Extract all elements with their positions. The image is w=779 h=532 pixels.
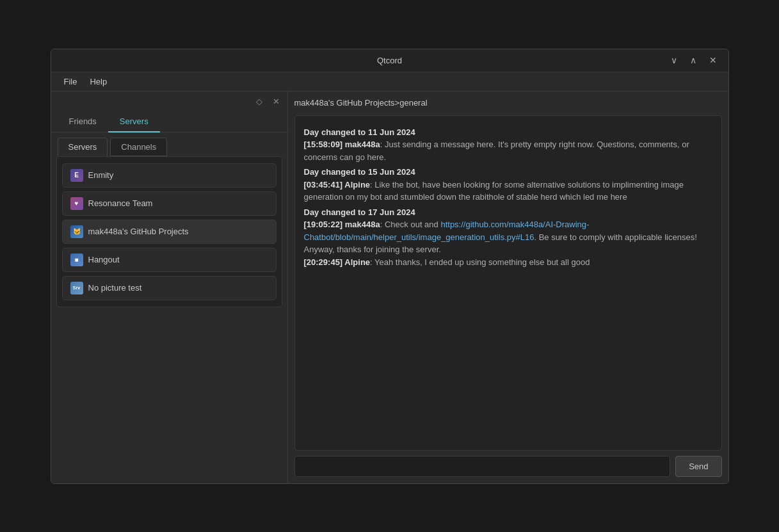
server-item-enmity[interactable]: E Enmity (62, 163, 277, 188)
window-controls: ∨ ∧ ✕ (667, 54, 721, 67)
server-icon-noimg: Srv (70, 282, 83, 294)
top-tabs: Friends Servers (51, 111, 287, 133)
input-row: Send (294, 456, 722, 477)
main-content: ◇ ✕ Friends Servers Servers Channels E E… (51, 92, 728, 483)
menu-file[interactable]: File (58, 74, 84, 89)
chat-area: Day changed to 11 Jun 2024 [15:58:09] ma… (294, 115, 722, 451)
server-item-github[interactable]: 🐱 mak448a's GitHub Projects (62, 220, 277, 244)
sub-tabs: Servers Channels (51, 133, 287, 156)
msg-sender-4: [20:29:45] Alpine (304, 257, 371, 267)
pin-icon[interactable]: ◇ (253, 95, 265, 108)
server-name-noimg: No picture test (88, 283, 142, 293)
app-window: Qtcord ∨ ∧ ✕ File Help ◇ ✕ Friends Serve… (51, 49, 729, 484)
msg-text-3a: : Check out and (380, 220, 441, 229)
chat-input[interactable] (294, 456, 671, 477)
server-name-github: mak448a's GitHub Projects (88, 227, 189, 236)
server-icon-github: 🐱 (70, 225, 83, 238)
day-header-1: Day changed to 11 Jun 2024 (304, 126, 712, 139)
subtab-channels[interactable]: Channels (110, 138, 167, 156)
close-button[interactable]: ✕ (705, 54, 721, 67)
server-item-hangout[interactable]: ■ Hangout (62, 248, 277, 272)
server-list: E Enmity ♥ Resonance Team 🐱 mak448a's Gi… (56, 156, 282, 307)
server-icon-resonance: ♥ (70, 197, 83, 210)
msg-sender-2: [03:45:41] Alpine (304, 180, 371, 189)
msg-text-4: : Yeah thanks, I ended up using somethin… (370, 257, 590, 267)
tab-servers[interactable]: Servers (108, 111, 160, 133)
right-panel: mak448a's GitHub Projects>general Day ch… (288, 92, 728, 483)
panel-close-icon[interactable]: ✕ (270, 95, 282, 108)
msg-sender-1: [15:58:09] mak448a (304, 140, 380, 149)
menu-bar: File Help (51, 72, 728, 92)
message-1: [15:58:09] mak448a: Just sending a messa… (304, 138, 712, 163)
server-name-enmity: Enmity (88, 170, 114, 180)
panel-header: ◇ ✕ (51, 92, 287, 111)
server-icon-enmity: E (70, 169, 83, 182)
server-item-resonance[interactable]: ♥ Resonance Team (62, 191, 277, 216)
server-icon-hangout: ■ (70, 254, 83, 266)
tab-friends[interactable]: Friends (58, 111, 108, 133)
server-name-hangout: Hangout (88, 255, 120, 264)
subtab-servers[interactable]: Servers (58, 138, 108, 156)
message-2: [03:45:41] Alpine: Like the bot, have be… (304, 179, 712, 204)
window-title: Qtcord (377, 56, 402, 65)
message-4: [20:29:45] Alpine: Yeah thanks, I ended … (304, 256, 712, 269)
minimize-button[interactable]: ∨ (667, 54, 681, 67)
restore-button[interactable]: ∧ (686, 54, 700, 67)
message-3: [19:05:22] mak448a: Check out and https:… (304, 218, 712, 256)
day-header-2: Day changed to 15 Jun 2024 (304, 166, 712, 179)
msg-sender-3: [19:05:22] mak448a (304, 220, 380, 229)
day-header-3: Day changed to 17 Jun 2024 (304, 206, 712, 219)
channel-title: mak448a's GitHub Projects>general (294, 98, 722, 110)
menu-help[interactable]: Help (83, 74, 113, 89)
title-bar: Qtcord ∨ ∧ ✕ (51, 49, 728, 72)
server-name-resonance: Resonance Team (88, 198, 153, 208)
server-item-noimg[interactable]: Srv No picture test (62, 276, 277, 300)
send-button[interactable]: Send (675, 456, 721, 477)
left-panel: ◇ ✕ Friends Servers Servers Channels E E… (51, 92, 288, 483)
